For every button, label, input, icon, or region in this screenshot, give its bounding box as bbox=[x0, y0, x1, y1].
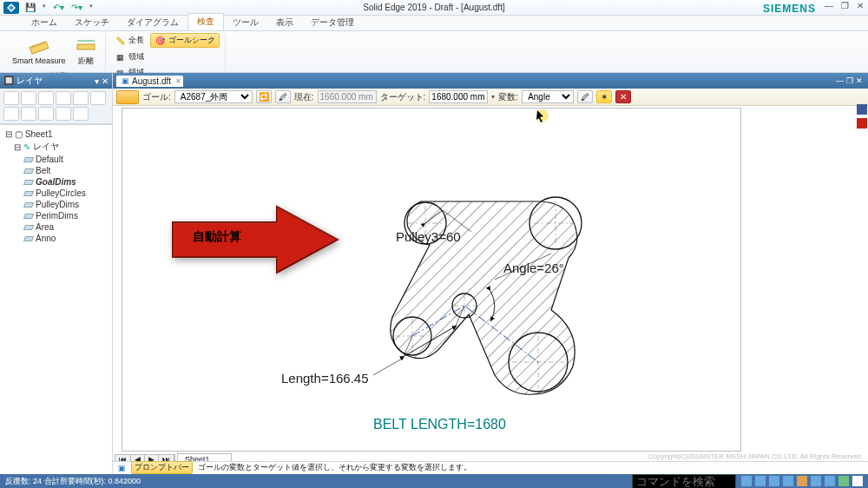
goal-seek-bar: ゴール: A2687_外周 🔁 🖉 現在: ターゲット: ▾ 変数: Angle… bbox=[113, 89, 868, 106]
layer-tool-10[interactable] bbox=[56, 107, 71, 121]
area-button[interactable]: ▦領域 bbox=[111, 50, 148, 63]
document-tab-close-icon[interactable]: ✕ bbox=[175, 77, 181, 85]
layer-goaldims[interactable]: GoalDims bbox=[3, 176, 108, 188]
layers-title: レイヤ bbox=[16, 76, 43, 85]
ribbon-group-eval: 📏全長 🎯ゴールシーク ▦領域 ▨領域 評価 bbox=[106, 33, 226, 70]
layer-tool-4[interactable] bbox=[56, 91, 71, 105]
window-title: Solid Edge 2019 - Draft - [August.dft] bbox=[0, 3, 868, 12]
app-menu-button[interactable] bbox=[3, 2, 19, 14]
layer-tool-5[interactable] bbox=[73, 91, 89, 105]
maximize-button[interactable]: ❐ bbox=[838, 1, 851, 10]
title-bar: 💾 ▾ ↶▾ ↷▾ ▾ Solid Edge 2019 - Draft - [A… bbox=[0, 0, 868, 16]
close-button[interactable]: ✕ bbox=[854, 1, 866, 10]
status-icon-3[interactable] bbox=[769, 476, 779, 486]
layer-pulleydims[interactable]: PulleyDims bbox=[3, 199, 108, 210]
undo-icon[interactable]: ↶▾ bbox=[50, 3, 67, 12]
status-icon-2[interactable] bbox=[755, 476, 766, 486]
tab-sketch[interactable]: スケッチ bbox=[66, 15, 118, 30]
ribbon-group-measure: Smart Measure 距離 2D計測 bbox=[3, 33, 106, 70]
strip-youtube-icon[interactable] bbox=[857, 118, 867, 129]
right-side-strip bbox=[856, 104, 868, 129]
current-value-field[interactable] bbox=[318, 90, 377, 103]
layer-pulleycircles[interactable]: PulleyCircles bbox=[3, 188, 108, 199]
tree-root[interactable]: ⊟ ▢Sheet1 bbox=[3, 129, 108, 140]
minimize-button[interactable]: — bbox=[823, 1, 835, 10]
layer-tool-2[interactable] bbox=[21, 91, 36, 105]
status-icon-9[interactable] bbox=[852, 476, 863, 486]
layer-tool-11[interactable] bbox=[73, 107, 89, 121]
status-icons bbox=[741, 476, 863, 486]
mdi-window-controls: — ❐ ✕ bbox=[836, 76, 868, 85]
status-icon-6[interactable] bbox=[811, 476, 821, 486]
layer-tool-6[interactable] bbox=[90, 91, 106, 105]
goal-seek-button[interactable]: 🎯ゴールシーク bbox=[150, 33, 220, 48]
quick-access-toolbar: 💾 ▾ ↶▾ ↷▾ ▾ bbox=[23, 3, 95, 12]
status-icon-4[interactable] bbox=[783, 476, 793, 486]
status-icon-8[interactable] bbox=[838, 476, 849, 486]
status-icon-1[interactable] bbox=[741, 476, 752, 486]
svg-rect-0 bbox=[30, 42, 49, 54]
target-dropdown-icon[interactable]: ▾ bbox=[491, 93, 495, 101]
target-value-field[interactable] bbox=[429, 90, 488, 103]
layer-tool-1[interactable] bbox=[3, 91, 19, 105]
layer-tool-9[interactable] bbox=[38, 107, 54, 121]
dim-angle: Angle=26° bbox=[503, 260, 564, 275]
mdi-close[interactable]: ✕ bbox=[856, 76, 863, 85]
panel-menu-icon[interactable]: ▾ ✕ bbox=[95, 76, 108, 86]
dim-pulley3: Pulley3=60 bbox=[396, 229, 461, 244]
variable-pick-button[interactable]: 🖉 bbox=[577, 90, 593, 103]
qat-more-icon[interactable]: ▾ bbox=[87, 3, 95, 12]
total-length-button[interactable]: 📏全長 bbox=[111, 34, 148, 47]
layer-default[interactable]: Default bbox=[3, 154, 108, 165]
layer-perimdims[interactable]: PerimDims bbox=[3, 210, 108, 221]
status-icon-5[interactable] bbox=[797, 476, 807, 486]
callout-arrow-text: 自動計算 bbox=[193, 229, 241, 245]
distance-button[interactable]: 距離 bbox=[72, 33, 100, 69]
tab-data[interactable]: データ管理 bbox=[302, 15, 363, 30]
tab-tools[interactable]: ツール bbox=[224, 15, 267, 30]
layer-tool-8[interactable] bbox=[21, 107, 36, 121]
layer-anno[interactable]: Anno bbox=[3, 233, 108, 244]
save-icon[interactable]: 💾 bbox=[23, 3, 38, 12]
variable-dropdown[interactable]: Angle bbox=[522, 90, 574, 103]
layer-belt[interactable]: Belt bbox=[3, 165, 108, 176]
goalseek-icon[interactable] bbox=[116, 90, 139, 104]
tab-view[interactable]: 表示 bbox=[267, 15, 302, 30]
layer-tool-3[interactable] bbox=[38, 91, 54, 105]
command-search-input[interactable] bbox=[632, 474, 736, 489]
goal-select-button[interactable]: 🖉 bbox=[275, 90, 291, 103]
svg-rect-6 bbox=[77, 44, 95, 49]
goal-dropdown[interactable]: A2687_外周 bbox=[174, 90, 253, 103]
brand-logo: SIEMENS bbox=[763, 3, 816, 15]
strip-facebook-icon[interactable] bbox=[857, 104, 867, 115]
qat-dropdown-icon[interactable]: ▾ bbox=[40, 3, 49, 12]
redo-icon[interactable]: ↷▾ bbox=[69, 3, 85, 12]
status-bar: 反復数: 24 合計所要時間(秒): 0.842000 bbox=[0, 474, 868, 488]
goalseek-cancel-button[interactable]: ✕ bbox=[615, 90, 631, 103]
mdi-minimize[interactable]: — bbox=[836, 76, 844, 85]
drawing-canvas[interactable]: 自動計算 Pulley3=60 Angle=26° Length=166.45 … bbox=[113, 106, 868, 474]
tree-layers[interactable]: ⊟✎レイヤ bbox=[3, 140, 108, 154]
goal-pick-button[interactable]: 🔁 bbox=[256, 90, 272, 103]
tab-home[interactable]: ホーム bbox=[23, 15, 66, 30]
prompt-badge: プロンプトバー bbox=[131, 461, 193, 474]
variable-label: 変数: bbox=[498, 91, 518, 103]
ribbon: Smart Measure 距離 2D計測 📏全長 🎯ゴールシーク ▦領域 ▨領… bbox=[0, 31, 868, 73]
status-iterations: 反復数: 24 合計所要時間(秒): 0.842000 bbox=[5, 476, 141, 487]
dim-length: Length=166.45 bbox=[281, 371, 369, 386]
document-tab-bar: ▣ August.dft ✕ — ❐ ✕ bbox=[113, 73, 868, 89]
status-icon-7[interactable] bbox=[825, 476, 835, 486]
goalseek-run-button[interactable]: ✶ bbox=[596, 90, 612, 103]
layers-tree: ⊟ ▢Sheet1 ⊟✎レイヤ Default Belt GoalDims Pu… bbox=[0, 124, 112, 474]
tab-inspect[interactable]: 検査 bbox=[187, 13, 224, 30]
window-controls: — ❐ ✕ bbox=[823, 1, 866, 10]
tab-diagram[interactable]: ダイアグラム bbox=[118, 15, 187, 30]
target-label: ターゲット: bbox=[380, 91, 426, 103]
document-tab-label: August.dft bbox=[132, 76, 171, 86]
smart-measure-button[interactable]: Smart Measure bbox=[9, 35, 69, 67]
mdi-restore[interactable]: ❐ bbox=[846, 76, 853, 85]
document-tab[interactable]: ▣ August.dft ✕ bbox=[116, 76, 183, 87]
layers-panel-header: 🔲 レイヤ ▾ ✕ bbox=[0, 73, 112, 89]
layer-tool-7[interactable] bbox=[3, 107, 19, 121]
layer-area[interactable]: Area bbox=[3, 221, 108, 233]
